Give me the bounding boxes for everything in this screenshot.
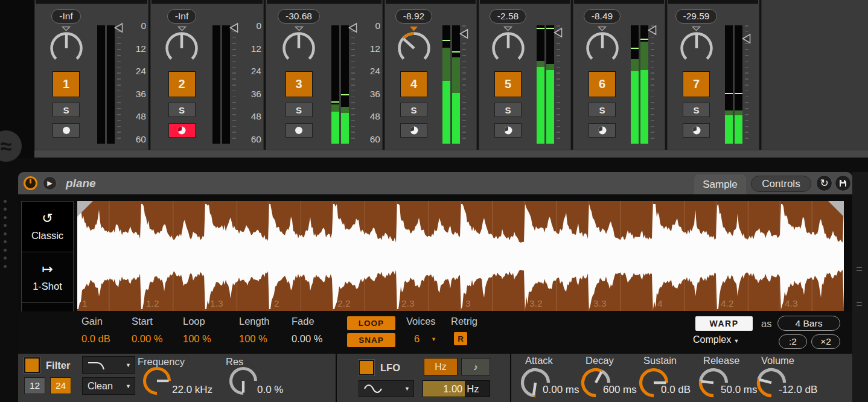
arm-button[interactable]	[683, 123, 710, 138]
loop-value[interactable]: 100 %	[183, 333, 211, 345]
track-activator-button[interactable]: 6	[589, 71, 616, 97]
preview-play-button[interactable]: ▶	[42, 176, 57, 191]
filter-type-dropdown[interactable]: ▼	[82, 356, 135, 374]
lfo-waveform-dropdown[interactable]: ▼	[359, 380, 414, 397]
volume-arrow-icon[interactable]	[229, 22, 239, 33]
voices-dropdown-icon[interactable]: ▼	[431, 336, 436, 342]
lfo-enable-checkbox[interactable]	[359, 360, 374, 375]
warp-mode-value: Complex	[693, 334, 731, 345]
release-value[interactable]: 50.0 ms	[721, 384, 757, 396]
filter-circuit-dropdown[interactable]: Clean ▼	[82, 377, 135, 395]
mode-tab-1-shot[interactable]: ↦1-Shot	[21, 252, 74, 303]
filter-res-value[interactable]: 0.0 %	[257, 384, 283, 396]
volume-arrow-icon[interactable]	[348, 22, 358, 33]
decay-value[interactable]: 600 ms	[603, 384, 637, 396]
solo-button[interactable]: S	[494, 103, 522, 117]
volume-arrow-icon[interactable]	[113, 22, 124, 33]
length-value[interactable]: 100 %	[239, 333, 267, 345]
peak-level-display[interactable]: -8.92	[395, 9, 432, 24]
lfo-rate-slider[interactable]: 1.00 Hz	[423, 380, 490, 397]
device-activator-button[interactable]	[24, 176, 37, 190]
clip-slot[interactable]	[574, 0, 664, 4]
device-drag-handle[interactable]	[2, 194, 8, 274]
retrig-button[interactable]: R	[454, 332, 467, 345]
track-activator-button[interactable]: 3	[286, 71, 313, 97]
solo-button[interactable]: S	[589, 103, 616, 117]
volume-value[interactable]: -12.0 dB	[779, 384, 817, 396]
snap-toggle-button[interactable]: SNAP	[347, 333, 395, 347]
track-activator-button[interactable]: 4	[400, 71, 427, 97]
filter-slope-24-button[interactable]: 24	[50, 377, 71, 394]
peak-level-display[interactable]: -Inf	[51, 9, 80, 24]
clip-slot[interactable]	[386, 0, 476, 4]
pan-knob[interactable]	[282, 31, 316, 68]
warp-mode-dropdown[interactable]: Complex ▼	[693, 334, 739, 345]
warp-length-button[interactable]: 4 Bars	[777, 316, 840, 331]
solo-button[interactable]: S	[286, 103, 313, 117]
track-activator-button[interactable]: 1	[53, 71, 80, 97]
rail-grip-icon[interactable]	[857, 302, 862, 306]
tab-sample[interactable]: Sample	[694, 174, 746, 194]
pan-knob[interactable]	[49, 31, 83, 68]
fade-value[interactable]: 0.00 %	[292, 333, 322, 345]
sample-end-flag[interactable]	[828, 201, 844, 217]
clip-slot[interactable]	[668, 0, 758, 4]
clip-slot[interactable]	[152, 0, 263, 4]
peak-level-display[interactable]: -2.58	[490, 9, 526, 24]
warp-button[interactable]: WARP	[695, 316, 753, 331]
arm-button[interactable]	[168, 123, 196, 138]
sustain-value[interactable]: 0.0 dB	[661, 384, 691, 396]
track-activator-button[interactable]: 5	[494, 71, 522, 97]
loop-toggle-button[interactable]: LOOP	[347, 316, 395, 330]
solo-button[interactable]: S	[683, 103, 710, 117]
rail-grip-icon[interactable]	[857, 267, 862, 271]
pan-knob[interactable]	[586, 31, 619, 68]
clip-slot[interactable]	[480, 0, 570, 4]
arm-button[interactable]	[589, 123, 616, 138]
pan-knob[interactable]	[165, 31, 199, 68]
start-value[interactable]: 0.00 %	[132, 333, 162, 345]
filter-frequency-value[interactable]: 22.0 kHz	[172, 384, 212, 396]
mode-tab-classic[interactable]: ↺Classic	[21, 201, 74, 252]
arm-button[interactable]	[53, 123, 80, 138]
clip-slot[interactable]	[36, 0, 147, 4]
lfo-sync-mode-button[interactable]: ♪	[461, 358, 490, 375]
pan-knob[interactable]	[491, 31, 525, 68]
peak-level-display[interactable]: -30.68	[278, 9, 320, 24]
voices-value[interactable]: 6	[414, 333, 420, 345]
warp-double-button[interactable]: ×2	[811, 334, 840, 349]
hot-swap-icon[interactable]: ↻	[816, 175, 832, 191]
track-activator-button[interactable]: 7	[683, 71, 710, 97]
peak-level-display[interactable]: -Inf	[167, 9, 196, 24]
peak-level-display[interactable]: -29.59	[675, 9, 718, 24]
lfo-label: LFO	[380, 362, 400, 374]
volume-arrow-icon[interactable]	[741, 33, 752, 44]
solo-button[interactable]: S	[400, 103, 427, 117]
filter-enable-checkbox[interactable]	[24, 357, 40, 373]
save-preset-icon[interactable]	[835, 175, 851, 191]
crossfader-icon[interactable]: ≈	[0, 130, 22, 162]
pan-knob[interactable]	[680, 31, 713, 68]
gain-value[interactable]: 0.0 dB	[81, 333, 110, 345]
warp-half-button[interactable]: :2	[779, 334, 807, 349]
arm-button[interactable]	[494, 123, 522, 138]
volume-arrow-icon[interactable]	[647, 25, 657, 36]
solo-button[interactable]: S	[53, 103, 80, 117]
sample-waveform[interactable]: 11.21.322.22.333.23.344.24.3	[77, 201, 844, 311]
tab-controls[interactable]: Controls	[751, 176, 811, 192]
solo-button[interactable]: S	[168, 103, 196, 117]
volume-arrow-icon[interactable]	[459, 28, 469, 39]
filter-frequency-knob[interactable]	[142, 366, 171, 398]
lfo-hz-mode-button[interactable]: Hz	[424, 358, 458, 375]
clip-slot[interactable]	[267, 0, 381, 4]
sample-start-flag[interactable]	[77, 201, 93, 217]
volume-arrow-icon[interactable]	[553, 27, 563, 38]
filter-slope-12-button[interactable]: 12	[24, 377, 45, 394]
arm-button[interactable]	[286, 123, 313, 138]
peak-level-display[interactable]: -8.49	[584, 9, 621, 24]
filter-res-knob[interactable]	[229, 366, 258, 398]
attack-value[interactable]: 0.00 ms	[543, 384, 579, 396]
arm-button[interactable]	[400, 123, 427, 138]
pan-knob[interactable]	[397, 31, 431, 68]
track-activator-button[interactable]: 2	[168, 71, 196, 97]
